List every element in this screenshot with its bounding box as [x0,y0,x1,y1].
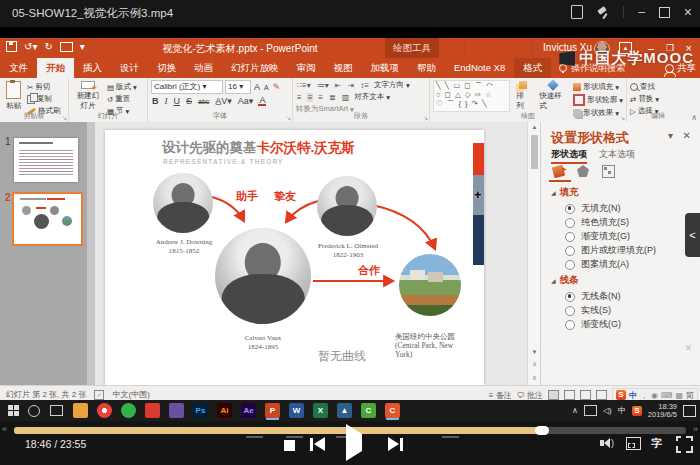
font-dialog-launcher[interactable]: ↘ [286,114,291,121]
playlist-collapse-tab[interactable]: < [685,213,700,257]
tab-slideshow[interactable]: 幻灯片放映 [222,58,288,78]
subtitle-button[interactable]: 字 [651,436,662,451]
portrait-downing[interactable] [153,173,213,233]
size-properties-icon[interactable] [602,165,615,178]
sogou-logo-icon[interactable]: S [616,390,626,400]
bold-button[interactable]: B [151,96,160,106]
shrink-font-icon[interactable]: A [263,84,270,91]
central-park-photo[interactable] [399,254,461,316]
search-icon[interactable] [28,405,40,417]
caption-vaux[interactable]: Calvert Vaux 1824-1895 [210,334,316,352]
tab-insert[interactable]: 插入 [74,58,111,78]
slide-scrollbar[interactable]: ▲ ▼ « « [527,122,541,385]
seek-handle[interactable] [535,426,549,435]
justify-icon[interactable]: ≣ [328,93,337,102]
strikethrough-button[interactable]: S [185,96,193,106]
change-case-button[interactable]: Aa▾ [237,96,255,106]
effects-icon[interactable] [577,165,589,177]
photoshop-icon[interactable]: Ps [193,403,208,418]
inputbar-close-icon[interactable]: ✕ [684,343,692,353]
start-button[interactable] [8,405,19,416]
excel-icon[interactable]: X [313,403,328,418]
slideshow-icon[interactable] [596,390,607,400]
numbering-icon[interactable]: ≔▾ [316,81,330,90]
cut-button[interactable]: ✂剪切 [27,82,61,92]
wechat-icon[interactable] [121,403,136,418]
reading-view-icon[interactable] [580,390,591,400]
layout-button[interactable]: ▤版式▾ [107,82,137,92]
tray-expand-icon[interactable]: ∧ [572,406,578,415]
clear-formatting-icon[interactable]: ✎ [272,82,282,92]
minimize-icon[interactable]: – [638,7,645,17]
line-section-header[interactable]: ◢ 线条 [551,274,579,287]
option-pattern-fill[interactable]: 图案填充(A) [565,258,629,271]
camtasia-green-icon[interactable]: C [361,403,376,418]
undo-icon[interactable]: ↺▾ [24,41,37,52]
decrease-indent-icon[interactable]: ⇤ [334,81,343,90]
edge-shape-red[interactable] [473,143,484,175]
underline-button[interactable]: U [173,96,182,106]
slide-1-thumbnail[interactable] [14,138,78,182]
font-size-combo[interactable]: 16 ▾ [225,80,251,94]
quick-styles-button[interactable]: 快速样式 [536,80,570,112]
panel-close-icon[interactable]: ✕ [683,130,691,141]
powerpoint-taskbar-icon[interactable]: P [265,403,280,418]
option-solid-fill[interactable]: 纯色填充(S) [565,216,629,229]
pin-on-top-icon[interactable] [597,6,609,19]
after-effects-icon[interactable]: Ae [241,403,256,418]
option-picture-fill[interactable]: 图片或纹理填充(P) [565,244,656,257]
thumbnail-scrollbar[interactable] [87,122,95,385]
purple-app-icon[interactable] [169,403,184,418]
illustrator-icon[interactable]: Ai [217,403,232,418]
character-spacing-icon[interactable]: A̲V▾ [214,96,233,106]
option-gradient-fill[interactable]: 渐变填充(G) [565,230,630,243]
camtasia-orange-icon[interactable]: C [385,403,400,418]
tab-addins[interactable]: 加载项 [362,58,409,78]
tab-text-options[interactable]: 文本选项 [599,148,635,164]
stop-button[interactable] [284,440,295,451]
find-button[interactable]: 查找 [630,82,659,92]
slide-sorter-icon[interactable] [564,390,575,400]
browser-icon[interactable] [97,403,112,418]
tab-shape-options[interactable]: 形状选项 [551,148,587,164]
collapse-ribbon-icon[interactable]: ∧ [691,113,697,122]
sogou-tray-icon[interactable]: S [632,406,642,416]
slide-2-thumbnail-selected[interactable] [12,192,83,246]
red-app-icon[interactable] [145,403,160,418]
previous-button[interactable] [310,437,325,451]
file-explorer-icon[interactable] [73,403,88,418]
notes-button[interactable]: ≡ 备注 [489,390,512,401]
panel-menu-icon[interactable]: ▾ [668,130,673,141]
edge-shape-navy[interactable] [473,215,484,265]
tab-endnote[interactable]: EndNote X8 [445,58,514,78]
align-center-icon[interactable]: ≡ [307,93,314,102]
rewind-icon[interactable]: « [2,424,7,434]
tab-design[interactable]: 设计 [111,58,148,78]
option-gradient-line[interactable]: 渐变线(G) [565,318,621,331]
drawing-dialog-launcher[interactable]: ↘ [620,114,625,121]
italic-button[interactable]: I [164,96,169,106]
copy-button[interactable]: 复制 [27,94,61,104]
open-file-icon[interactable] [571,5,583,19]
line-spacing-icon[interactable]: ↕≡ [359,81,370,90]
grow-font-icon[interactable]: A [253,82,261,92]
close-icon[interactable]: × [684,6,692,18]
forward-icon[interactable]: » [693,424,698,434]
comments-button[interactable]: 🗩 批注 [517,390,543,401]
video-frame-icon[interactable] [626,437,641,450]
option-no-fill[interactable]: 无填充(N) [565,202,621,215]
tab-animations[interactable]: 动画 [185,58,222,78]
shapes-gallery[interactable]: ╲ ╲ ▭ ◻ ⌒ ◠ ○ ◻ △ ◇ ⇨ ☆ ♡ ⌒ { } ↷ ╲ [433,80,510,112]
toolbox-icon[interactable]: ▦ [675,391,683,400]
label-cooperation[interactable]: 合作 [358,263,380,278]
normal-view-icon[interactable] [548,390,559,400]
proofing-icon[interactable]: ✓ [94,390,104,400]
display-tray-icon[interactable] [584,405,597,416]
chinese-mode-icon[interactable]: 中 [629,390,637,401]
align-right-icon[interactable]: ≡ [317,93,324,102]
tab-review[interactable]: 审阅 [288,58,325,78]
start-slideshow-icon[interactable] [60,42,73,52]
customize-qat-icon[interactable]: ▾ [80,41,85,52]
new-slide-button[interactable]: 新建幻灯片 [72,80,104,112]
paste-button[interactable]: 粘贴 [3,80,24,112]
